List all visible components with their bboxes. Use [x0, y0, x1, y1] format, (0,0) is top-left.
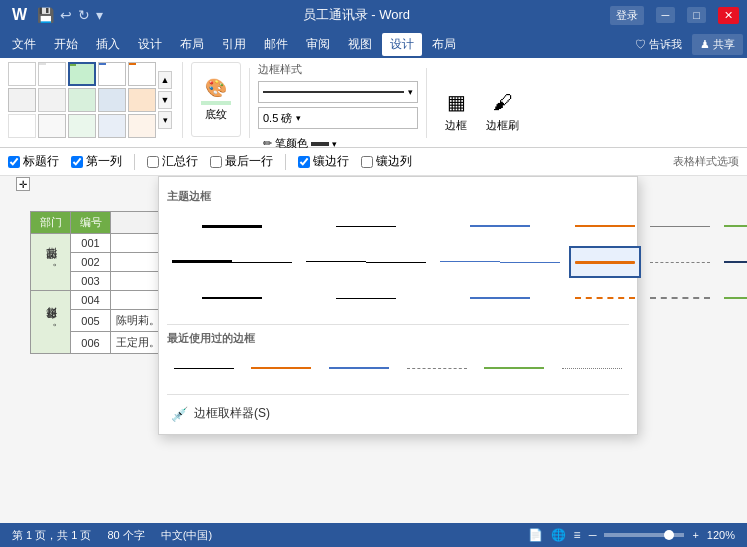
table-style-14[interactable]: [98, 114, 126, 138]
checkbox-first-col[interactable]: 第一列: [71, 153, 122, 170]
menu-view[interactable]: 视图: [340, 33, 380, 56]
zoom-in-btn[interactable]: +: [692, 529, 698, 541]
border-style-item-9[interactable]: [435, 246, 565, 278]
cell-id-006: 006: [71, 332, 111, 354]
recent-border-1[interactable]: [167, 352, 241, 384]
table-move-handle[interactable]: ✛: [16, 177, 30, 191]
statusbar: 第 1 页，共 1 页 80 个字 中文(中国) 📄 🌐 ≡ ─ + 120%: [0, 523, 747, 547]
table-style-11[interactable]: [8, 114, 36, 138]
table-style-5[interactable]: [128, 62, 156, 86]
menu-home[interactable]: 开始: [46, 33, 86, 56]
zoom-slider[interactable]: [604, 533, 684, 537]
border-style-item-7[interactable]: [167, 246, 297, 278]
menu-design[interactable]: 设计: [130, 33, 170, 56]
border-style-item-17[interactable]: [645, 282, 715, 314]
quick-access-more[interactable]: ▾: [96, 7, 103, 23]
table-style-8[interactable]: [68, 88, 96, 112]
shading-button[interactable]: 🎨 底纹: [191, 62, 241, 137]
border-style-item-2[interactable]: [301, 210, 431, 242]
tell-me-btn[interactable]: ♡ 告诉我: [627, 34, 690, 55]
table-style-2[interactable]: [38, 62, 66, 86]
restore-btn[interactable]: □: [687, 7, 706, 23]
pen-color-dropdown[interactable]: ▾: [332, 139, 337, 149]
menu-table-design[interactable]: 设计: [382, 33, 422, 56]
recent-border-6[interactable]: [555, 352, 629, 384]
checkbox-total-row[interactable]: 汇总行: [147, 153, 198, 170]
table-style-13[interactable]: [68, 114, 96, 138]
border-button[interactable]: ▦ 边框: [435, 62, 477, 138]
cell-dept-mgt: 管理部。: [31, 234, 71, 291]
table-style-9[interactable]: [98, 88, 126, 112]
share-btn[interactable]: ♟ 共享: [692, 34, 743, 55]
table-style-4[interactable]: [98, 62, 126, 86]
recent-border-4[interactable]: [400, 352, 474, 384]
border-style-item-11[interactable]: [645, 246, 715, 278]
border-brush-button[interactable]: 🖌 边框刷: [481, 62, 524, 138]
menu-table-layout[interactable]: 布局: [424, 33, 464, 56]
border-style-item-10[interactable]: [569, 246, 641, 278]
table-style-15[interactable]: [128, 114, 156, 138]
recent-border-2[interactable]: [245, 352, 319, 384]
menu-mail[interactable]: 邮件: [256, 33, 296, 56]
menu-insert[interactable]: 插入: [88, 33, 128, 56]
checkbox-header-row[interactable]: 标题行: [8, 153, 59, 170]
border-style-item-4[interactable]: [569, 210, 641, 242]
zoom-out-btn[interactable]: ─: [589, 529, 597, 541]
menu-ref[interactable]: 引用: [214, 33, 254, 56]
page-info: 第 1 页，共 1 页: [12, 528, 91, 543]
redo-btn[interactable]: ↻: [78, 7, 90, 23]
table-style-7[interactable]: [38, 88, 66, 112]
menu-layout[interactable]: 布局: [172, 33, 212, 56]
doc-view-icon[interactable]: 📄: [528, 528, 543, 542]
table-styles-group: ▲ ▼ ▾: [8, 62, 183, 138]
dropdown-divider2: [167, 394, 629, 395]
login-btn[interactable]: 登录: [610, 6, 644, 25]
web-view-icon[interactable]: 🌐: [551, 528, 566, 542]
recent-border-5[interactable]: [478, 352, 552, 384]
border-style-item-6[interactable]: [719, 210, 747, 242]
quick-save[interactable]: 💾: [37, 7, 54, 23]
border-style-item-14[interactable]: [301, 282, 431, 314]
recent-border-3[interactable]: [322, 352, 396, 384]
checkbox-last-row[interactable]: 最后一行: [210, 153, 273, 170]
border-style-combo[interactable]: ▾: [258, 81, 418, 103]
border-style-item-16[interactable]: [569, 282, 641, 314]
table-style-12[interactable]: [38, 114, 66, 138]
cell-id-005: 005: [71, 310, 111, 332]
border-style-item-13[interactable]: [167, 282, 297, 314]
outline-icon[interactable]: ≡: [574, 528, 581, 542]
shading-label: 底纹: [205, 107, 227, 122]
border-width-icon: ▾: [296, 113, 301, 123]
border-sampler-btn[interactable]: 💉 边框取样器(S): [167, 401, 629, 426]
menu-file[interactable]: 文件: [4, 33, 44, 56]
eyedropper-icon: 💉: [171, 406, 188, 422]
border-style-item-12[interactable]: [719, 246, 747, 278]
border-style-item-5[interactable]: [645, 210, 715, 242]
border-style-item-8[interactable]: [301, 246, 431, 278]
style-more[interactable]: ▾: [158, 111, 172, 129]
border-width-combo[interactable]: 0.5 磅 ▾: [258, 107, 418, 129]
shading-icon: 🎨: [205, 77, 227, 99]
table-style-10[interactable]: [128, 88, 156, 112]
checkbox-banded-rows[interactable]: 镶边行: [298, 153, 349, 170]
close-btn[interactable]: ✕: [718, 7, 739, 24]
document-area: ✛ 部门 编号: [0, 176, 747, 547]
border-style-item-18[interactable]: [719, 282, 747, 314]
minimize-btn[interactable]: ─: [656, 7, 676, 23]
table-style-1[interactable]: [8, 62, 36, 86]
checkbox-banded-cols[interactable]: 镶边列: [361, 153, 412, 170]
border-style-item-15[interactable]: [435, 282, 565, 314]
table-style-6[interactable]: [8, 88, 36, 112]
border-style-item-3[interactable]: [435, 210, 565, 242]
style-scroll-up[interactable]: ▲: [158, 71, 172, 89]
menu-review[interactable]: 审阅: [298, 33, 338, 56]
dropdown-divider: [167, 324, 629, 325]
border-style-label: 边框样式: [258, 62, 418, 77]
th-id: 编号: [71, 212, 111, 234]
style-scroll-down[interactable]: ▼: [158, 91, 172, 109]
border-style-item-1[interactable]: [167, 210, 297, 242]
undo-btn[interactable]: ↩: [60, 7, 72, 23]
ribbon-sep1: [249, 68, 250, 138]
table-style-3[interactable]: [68, 62, 96, 86]
cell-id-001: 001: [71, 234, 111, 253]
